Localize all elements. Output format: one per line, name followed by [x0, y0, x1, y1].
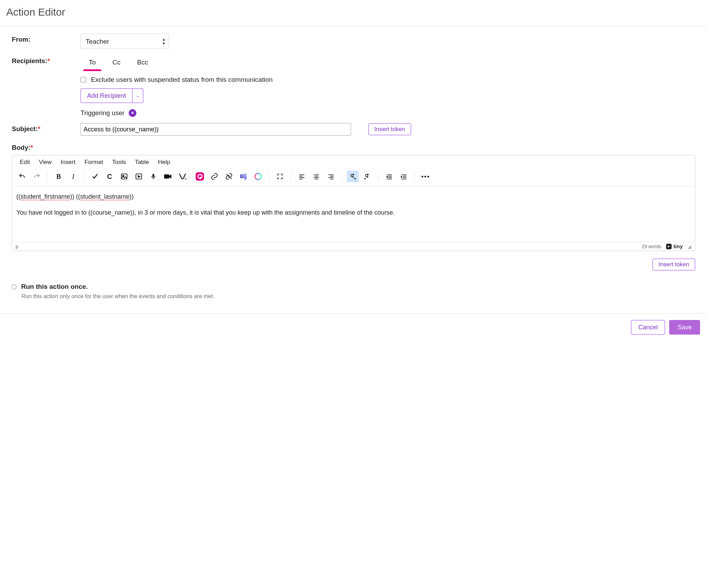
cancel-button[interactable]: Cancel — [631, 320, 665, 335]
tiny-badge[interactable]: tiny — [666, 243, 683, 249]
body-label: Body:* — [12, 144, 695, 152]
copilot-icon[interactable] — [252, 171, 264, 182]
menu-tools[interactable]: Tools — [112, 159, 126, 166]
exclude-suspended-checkbox[interactable] — [80, 77, 86, 83]
tab-bcc[interactable]: Bcc — [136, 57, 150, 71]
more-icon[interactable]: ••• — [420, 171, 432, 182]
svg-rect-0 — [121, 174, 127, 179]
undo-icon[interactable] — [16, 171, 28, 182]
svg-rect-3 — [153, 174, 154, 177]
unlink-icon[interactable] — [223, 171, 235, 182]
editor-content[interactable]: ((student_firstname)) ((student_lastname… — [12, 186, 695, 242]
video-icon[interactable] — [162, 171, 174, 182]
menu-table[interactable]: Table — [135, 159, 149, 166]
ltr-icon[interactable] — [347, 171, 359, 182]
recipient-item-label: Triggering user — [80, 109, 125, 117]
indent-icon[interactable] — [398, 171, 410, 182]
recipients-label: Recipients:* — [12, 55, 80, 65]
svg-point-9 — [244, 174, 246, 176]
tab-cc[interactable]: Cc — [111, 57, 122, 71]
app-icon[interactable] — [194, 171, 206, 182]
align-center-icon[interactable] — [310, 171, 322, 182]
align-right-icon[interactable] — [325, 171, 337, 182]
resize-handle-icon[interactable]: ◢ — [688, 244, 691, 249]
teams-icon[interactable]: T — [238, 171, 249, 182]
ai-icon[interactable]: AI ⌄ — [177, 171, 191, 182]
exclude-suspended-label: Exclude users with suspended status from… — [91, 76, 273, 84]
outdent-icon[interactable] — [383, 171, 395, 182]
subject-label: Subject:* — [12, 123, 80, 133]
word-count: 29 words — [642, 244, 662, 249]
svg-point-10 — [255, 173, 261, 180]
insert-token-subject-button[interactable]: Insert token — [368, 123, 411, 135]
svg-rect-6 — [196, 172, 204, 181]
page-title: Action Editor — [0, 0, 707, 26]
menu-insert[interactable]: Insert — [61, 159, 76, 166]
save-button[interactable]: Save — [669, 320, 700, 335]
rtl-icon[interactable] — [361, 171, 373, 182]
svg-rect-4 — [164, 174, 169, 179]
run-once-checkbox[interactable] — [12, 285, 16, 289]
menu-help[interactable]: Help — [158, 159, 170, 166]
status-path[interactable]: p — [16, 244, 18, 249]
run-once-title: Run this action once. — [21, 283, 88, 291]
bold-icon[interactable]: B — [53, 171, 65, 182]
close-icon: ✕ — [131, 111, 134, 115]
menu-view[interactable]: View — [39, 159, 52, 166]
from-select[interactable]: Teacher — [80, 34, 169, 49]
align-left-icon[interactable] — [296, 171, 308, 182]
redo-icon[interactable] — [31, 171, 43, 182]
italic-icon[interactable]: I — [67, 171, 79, 182]
remove-recipient-button[interactable]: ✕ — [129, 109, 136, 117]
svg-text:AI: AI — [185, 178, 187, 180]
rich-text-editor: Edit View Insert Format Tools Table Help… — [12, 155, 695, 251]
tab-to[interactable]: To — [87, 57, 97, 71]
chevron-down-icon: ⌄ — [136, 93, 139, 98]
media-icon[interactable] — [133, 171, 145, 182]
subject-input[interactable] — [80, 123, 351, 136]
image-icon[interactable] — [118, 171, 130, 182]
svg-text:T: T — [241, 175, 243, 178]
microphone-icon[interactable] — [147, 171, 159, 182]
code-icon[interactable]: C — [104, 171, 116, 182]
add-recipient-dropdown[interactable]: ⌄ — [133, 88, 143, 103]
tiny-logo-icon — [666, 244, 672, 249]
checkmark-icon[interactable] — [89, 171, 101, 182]
menu-edit[interactable]: Edit — [20, 159, 30, 166]
fullscreen-icon[interactable] — [274, 171, 286, 182]
add-recipient-button[interactable]: Add Recipient — [80, 88, 133, 103]
from-label: From: — [12, 34, 80, 43]
link-icon[interactable] — [208, 171, 220, 182]
insert-token-body-button[interactable]: Insert token — [653, 259, 695, 270]
run-once-description: Run this action only once for the user w… — [22, 293, 695, 300]
menu-format[interactable]: Format — [84, 159, 103, 166]
